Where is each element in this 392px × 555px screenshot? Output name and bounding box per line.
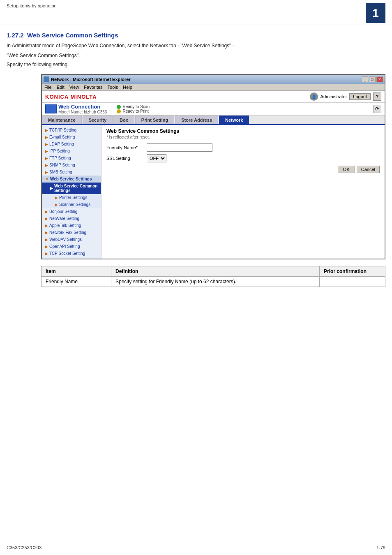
arrow-ldap: ▶ — [45, 142, 48, 146]
browser-titlebar: Network - Microsoft Internet Explorer _ … — [42, 75, 385, 84]
friendly-name-row: Friendly Name* — [106, 143, 380, 152]
section-desc1: In Administrator mode of PageScope Web C… — [7, 42, 385, 49]
arrow-netware: ▶ — [45, 217, 48, 221]
web-conn-logo: Web Connection Model Name: bizhub C353 — [45, 104, 107, 114]
tab-box[interactable]: Box — [113, 116, 134, 124]
sidebar-item-tcpip[interactable]: ▶ TCP/IP Setting — [42, 127, 101, 134]
close-button[interactable]: ✕ — [376, 76, 383, 82]
menu-view[interactable]: View — [69, 85, 79, 90]
page-header-text: Setup items by operation — [7, 3, 57, 8]
arrow-tcpip: ▶ — [45, 128, 48, 132]
content-title: Web Service Common Settings — [106, 128, 380, 134]
friendly-name-label: Friendly Name* — [106, 145, 143, 150]
sidebar-item-snmp[interactable]: ▶ SNMP Setting — [42, 162, 101, 169]
arrow-ftp: ▶ — [45, 156, 48, 160]
sidebar-item-appletalk[interactable]: ▶ AppleTalk Setting — [42, 222, 101, 229]
sidebar-item-ftp[interactable]: ▶ FTP Setting — [42, 155, 101, 162]
tab-network[interactable]: Network — [219, 116, 249, 124]
arrow-scanner: ▶ — [55, 203, 58, 207]
browser-title: Network - Microsoft Internet Explorer — [44, 76, 131, 82]
page-footer: C353/C253/C203 1-79 — [7, 545, 385, 550]
minimize-button[interactable]: _ — [362, 76, 368, 82]
arrow-netfax: ▶ — [45, 231, 48, 235]
app-subheader: Web Connection Model Name: bizhub C353 R… — [42, 103, 385, 116]
sidebar-item-webservice[interactable]: ▼ Web Service Settings — [42, 176, 101, 183]
arrow-email: ▶ — [45, 135, 48, 139]
content-area: Web Service Common Settings * is reflect… — [101, 125, 385, 259]
admin-icon: 👤 — [310, 92, 318, 101]
refresh-button[interactable]: ⟳ — [373, 105, 381, 113]
ok-button[interactable]: OK — [338, 166, 355, 173]
app-logo-area: KONICA MINOLTA — [45, 94, 97, 100]
status-print: Ready to Print — [117, 109, 150, 113]
tab-store-address[interactable]: Store Address — [175, 116, 218, 124]
model-text: Model Name: bizhub C353 — [58, 110, 107, 114]
table-header-prior: Prior confirmation — [320, 266, 385, 277]
table-header-item: Item — [42, 266, 111, 277]
wc-icon — [45, 104, 57, 113]
sidebar-item-scanner-settings[interactable]: ▶ Scanner Settings — [42, 201, 101, 208]
arrow-openapi: ▶ — [45, 245, 48, 249]
sidebar-item-email[interactable]: ▶ E-mail Setting — [42, 134, 101, 141]
status-dot-print — [117, 109, 121, 113]
arrow-webdav: ▶ — [45, 238, 48, 242]
cancel-button[interactable]: Cancel — [357, 166, 380, 173]
sidebar-item-bonjour[interactable]: ▶ Bonjour Setting — [42, 208, 101, 215]
browser-icon — [44, 76, 49, 82]
status-area: Ready to Scan Ready to Print — [117, 104, 150, 113]
browser-menubar: File Edit View Favorites Tools Help — [42, 84, 385, 91]
app-area: KONICA MINOLTA 👤 Administrator Logout ? … — [42, 91, 385, 259]
table-cell-prior — [320, 277, 385, 287]
menu-help[interactable]: Help — [123, 85, 132, 90]
tab-print-setting[interactable]: Print Setting — [135, 116, 174, 124]
app-logo: KONICA MINOLTA — [45, 94, 97, 100]
arrow-tcpsocket: ▶ — [45, 252, 48, 256]
menu-file[interactable]: File — [44, 85, 52, 90]
browser-window: Network - Microsoft Internet Explorer _ … — [41, 74, 385, 259]
friendly-name-input[interactable] — [147, 143, 212, 152]
menu-edit[interactable]: Edit — [57, 85, 65, 90]
maximize-button[interactable]: □ — [369, 76, 376, 82]
help-button[interactable]: ? — [373, 92, 381, 101]
status-scan: Ready to Scan — [117, 104, 150, 109]
arrow-appletalk: ▶ — [45, 224, 48, 228]
section-title: 1.27.2 Web Service Common Settings — [7, 32, 385, 39]
ssl-label: SSL Setting — [106, 156, 143, 161]
page-number-box: 1 — [366, 3, 385, 23]
status-dot-scan — [117, 105, 121, 109]
logout-button[interactable]: Logout — [349, 93, 371, 100]
content-subtitle: * is reflected after reset. — [106, 135, 380, 139]
sidebar-item-ldap[interactable]: ▶ LDAP Setting — [42, 141, 101, 148]
app-header: KONICA MINOLTA 👤 Administrator Logout ? — [42, 91, 385, 103]
arrow-ipp: ▶ — [45, 149, 48, 153]
sidebar-item-webdav[interactable]: ▶ WebDAV Settings — [42, 236, 101, 243]
ssl-select[interactable]: OFF ON — [147, 154, 166, 162]
table-header-definition: Definition — [111, 266, 320, 277]
tab-security[interactable]: Security — [83, 116, 113, 124]
menu-tools[interactable]: Tools — [108, 85, 118, 90]
arrow-webcommon: ▶ — [50, 186, 53, 190]
admin-label: Administrator — [321, 94, 347, 99]
arrow-snmp: ▶ — [45, 163, 48, 167]
sidebar-item-ipp[interactable]: ▶ IPP Setting — [42, 148, 101, 155]
sidebar-item-tcpsocket[interactable]: ▶ TCP Socket Setting — [42, 250, 101, 257]
tab-maintenance[interactable]: Maintenance — [42, 116, 82, 124]
footer-page: 1-79 — [376, 545, 385, 550]
sidebar-item-printer-settings[interactable]: ▶ Printer Settings — [42, 194, 101, 201]
sidebar-item-netware[interactable]: ▶ NetWare Setting — [42, 215, 101, 222]
arrow-webservice: ▼ — [45, 177, 49, 181]
browser-controls[interactable]: _ □ ✕ — [362, 76, 383, 82]
table-cell-item: Friendly Name — [42, 277, 111, 287]
arrow-printer: ▶ — [55, 196, 58, 200]
sidebar: ▶ TCP/IP Setting ▶ E-mail Setting ▶ LDAP… — [42, 125, 101, 259]
table-row: Friendly Name Specify setting for Friend… — [42, 277, 385, 287]
menu-favorites[interactable]: Favorites — [84, 85, 102, 90]
sidebar-item-webcommon[interactable]: ▶ Web Service Common Settings — [42, 183, 101, 194]
main-content: ▶ TCP/IP Setting ▶ E-mail Setting ▶ LDAP… — [42, 125, 385, 259]
sidebar-item-netfax[interactable]: ▶ Network Fax Setting — [42, 229, 101, 236]
admin-area: 👤 Administrator Logout ? — [310, 92, 381, 101]
sidebar-item-openapi[interactable]: ▶ OpenAPI Setting — [42, 243, 101, 250]
ssl-setting-row: SSL Setting OFF ON — [106, 154, 380, 162]
arrow-bonjour: ▶ — [45, 210, 48, 214]
sidebar-item-smb[interactable]: ▶ SMB Setting — [42, 169, 101, 176]
